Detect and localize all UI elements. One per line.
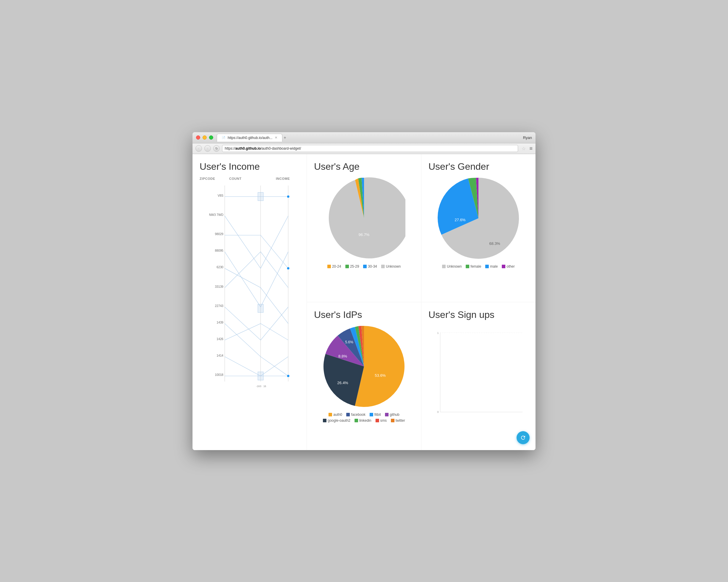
legend-item-25-29: 25-29 (345, 264, 359, 269)
legend-item-google-oauth2: google-oauth2 (323, 419, 350, 423)
svg-text:1426: 1426 (217, 337, 224, 341)
tab-favicon: 📄 (222, 136, 225, 139)
svg-text:26.4%: 26.4% (337, 381, 348, 385)
bookmark-button[interactable]: ☆ (522, 146, 526, 151)
income-title: User's Income (200, 161, 300, 172)
legend-dot-linkedin (355, 419, 358, 422)
idps-title: User's IdPs (314, 309, 414, 320)
title-bar: 📄 https://auth0.github.io/auth... ✕ + Ry… (192, 132, 536, 144)
legend-label-unknown-gender: Unknown (447, 264, 462, 269)
legend-label-other: other (506, 264, 515, 269)
legend-dot-facebook (346, 413, 350, 416)
url-display: https://auth0.github.io/auth0-dashboard-… (225, 146, 301, 151)
legend-item-linkedin: linkedin (355, 419, 371, 423)
svg-text:27.6%: 27.6% (455, 218, 466, 222)
legend-label-female: female (470, 264, 481, 269)
svg-text:V8S: V8S (218, 194, 224, 197)
dashboard: User's Income ZIPCODE COUNT INCOME V8S N… (192, 154, 536, 450)
idps-legend: auth0 facebook fitbit github (314, 412, 414, 423)
legend-label-linkedin: linkedin (359, 419, 371, 423)
legend-label-twitter: twitter (396, 419, 405, 423)
new-tab-button[interactable]: + (284, 135, 286, 140)
legend-label-male: male (490, 264, 498, 269)
legend-label-google-oauth2: google-oauth2 (328, 419, 350, 423)
legend-item-20-24: 20-24 (327, 264, 341, 269)
legend-label-sms: sms (380, 419, 387, 423)
age-pie-chart: 96.7% (322, 177, 406, 260)
age-panel: User's Age (307, 154, 421, 302)
svg-text:53.6%: 53.6% (375, 373, 386, 378)
gender-title: User's Gender (428, 161, 528, 172)
col-income: INCOME (276, 177, 300, 180)
legend-item-unknown-gender: Unknown (442, 264, 462, 269)
svg-text:6230: 6230 (217, 265, 224, 269)
legend-dot-20-24 (327, 265, 331, 268)
legend-item-sms: sms (375, 419, 387, 423)
legend-item-male: male (485, 264, 498, 269)
idps-pie-chart: 53.6% 26.4% 8.8% 5.6% (322, 325, 406, 408)
signups-panel: User's Sign ups 1 0 (421, 302, 536, 450)
menu-button[interactable]: ≡ (529, 146, 532, 152)
income-table-header: ZIPCODE COUNT INCOME (200, 177, 300, 180)
svg-text:-16: -16 (256, 384, 260, 387)
svg-text:0: 0 (260, 384, 261, 387)
legend-dot-auth0 (329, 413, 332, 416)
gender-panel: User's Gender (421, 154, 536, 302)
legend-label-25-29: 25-29 (350, 264, 359, 269)
legend-item-30-34: 30-34 (363, 264, 377, 269)
forward-button[interactable]: › (204, 145, 211, 152)
svg-rect-15 (258, 304, 263, 312)
legend-dot-other (502, 265, 505, 268)
back-button[interactable]: ‹ (196, 145, 202, 152)
address-bar[interactable]: https://auth0.github.io/auth0-dashboard-… (222, 145, 518, 152)
gender-chart-container: 27.6% 68.3% Unknown female (428, 177, 528, 269)
legend-dot-fitbit (370, 413, 373, 416)
col-zipcode: ZIPCODE (200, 177, 229, 180)
svg-rect-14 (258, 192, 263, 201)
browser-window: 📄 https://auth0.github.io/auth... ✕ + Ry… (192, 132, 536, 450)
minimize-button[interactable] (203, 135, 207, 140)
svg-text:10018: 10018 (215, 373, 224, 377)
browser-tab[interactable]: 📄 https://auth0.github.io/auth... ✕ (217, 134, 282, 142)
refresh-fab-button[interactable] (517, 431, 529, 444)
legend-dot-github (385, 413, 389, 416)
legend-dot-twitter (391, 419, 394, 422)
legend-label-fitbit: fitbit (374, 412, 381, 417)
legend-dot-unknown-age (381, 265, 385, 268)
legend-item-auth0: auth0 (329, 412, 342, 417)
age-legend: 20-24 25-29 30-34 Unknown (327, 264, 401, 269)
close-button[interactable] (196, 135, 200, 140)
svg-text:1: 1 (437, 331, 439, 334)
legend-dot-female (466, 265, 469, 268)
svg-rect-16 (258, 372, 263, 380)
legend-label-facebook: facebook (351, 412, 365, 417)
gender-pie-chart: 27.6% 68.3% (437, 177, 520, 260)
signups-title: User's Sign ups (428, 309, 528, 320)
legend-label-github: github (390, 412, 399, 417)
tab-bar: 📄 https://auth0.github.io/auth... ✕ + (217, 134, 523, 142)
svg-point-18 (287, 267, 289, 270)
maximize-button[interactable] (209, 135, 213, 140)
legend-item-fitbit: fitbit (370, 412, 381, 417)
legend-item-other: other (502, 264, 515, 269)
svg-point-17 (287, 195, 289, 198)
svg-text:22743: 22743 (215, 304, 224, 308)
svg-text:5.6%: 5.6% (345, 340, 353, 344)
gender-legend: Unknown female male other (442, 264, 515, 269)
refresh-icon (520, 435, 526, 441)
legend-label-20-24: 20-24 (332, 264, 341, 269)
nav-bar: ‹ › ↻ https://auth0.github.io/auth0-dash… (192, 144, 536, 154)
tab-title: https://auth0.github.io/auth... (228, 136, 272, 140)
legend-dot-unknown-gender (442, 265, 446, 268)
svg-text:8.8%: 8.8% (338, 354, 347, 358)
tab-close-button[interactable]: ✕ (275, 136, 277, 140)
user-label: Ryan (523, 135, 532, 140)
legend-item-facebook: facebook (346, 412, 365, 417)
legend-item-female: female (466, 264, 481, 269)
legend-dot-25-29 (345, 265, 349, 268)
idps-chart-container: 53.6% 26.4% 8.8% 5.6% auth0 (314, 325, 414, 423)
legend-item-github: github (385, 412, 399, 417)
svg-text:16: 16 (263, 384, 266, 387)
refresh-button[interactable]: ↻ (213, 145, 220, 152)
income-panel: User's Income ZIPCODE COUNT INCOME V8S N… (192, 154, 307, 450)
